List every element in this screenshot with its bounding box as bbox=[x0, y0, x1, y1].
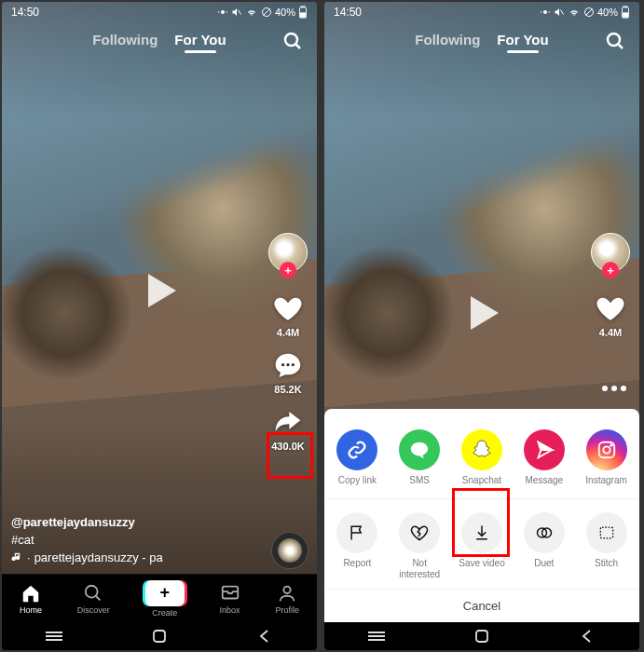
no-data-icon bbox=[261, 7, 272, 18]
android-recents[interactable] bbox=[358, 629, 395, 644]
play-button[interactable] bbox=[459, 287, 504, 343]
share-copylink[interactable]: Copy link bbox=[328, 429, 386, 486]
discover-icon bbox=[83, 583, 103, 604]
link-icon bbox=[336, 429, 377, 470]
svg-point-27 bbox=[608, 34, 620, 46]
status-time: 14:50 bbox=[334, 6, 362, 19]
svg-point-10 bbox=[286, 363, 289, 366]
play-icon bbox=[459, 287, 504, 339]
bottom-nav: Home Discover + Create Inbox Profile bbox=[2, 574, 317, 622]
status-bar: 14:50 40% bbox=[2, 2, 317, 22]
tab-following[interactable]: Following bbox=[92, 32, 158, 48]
stitch-icon bbox=[586, 512, 627, 553]
like-count: 4.4M bbox=[277, 327, 299, 338]
nav-inbox[interactable]: Inbox bbox=[220, 583, 240, 615]
heart-icon bbox=[272, 292, 304, 324]
more-button[interactable] bbox=[598, 373, 630, 404]
svg-point-12 bbox=[86, 585, 98, 597]
author-avatar[interactable]: + bbox=[268, 233, 308, 272]
android-home[interactable] bbox=[141, 629, 178, 644]
share-snapchat[interactable]: Snapchat bbox=[453, 429, 511, 486]
flag-icon bbox=[336, 512, 377, 553]
battery-percentage: 40% bbox=[275, 7, 295, 18]
share-duet[interactable]: Duet bbox=[515, 512, 573, 579]
search-button[interactable] bbox=[281, 30, 304, 56]
nav-create[interactable]: + Create bbox=[145, 580, 185, 618]
mute-icon bbox=[231, 7, 242, 18]
svg-point-0 bbox=[221, 10, 225, 14]
share-instagram[interactable]: Instagram bbox=[578, 429, 636, 486]
share-stitch[interactable]: Stitch bbox=[578, 512, 636, 579]
svg-rect-25 bbox=[623, 6, 627, 7]
phone-right: 14:50 40% Following For You + 4.4M bbox=[324, 2, 639, 650]
android-back[interactable] bbox=[569, 629, 606, 644]
sms-icon bbox=[399, 429, 440, 470]
vpn-icon bbox=[217, 7, 228, 18]
search-icon bbox=[281, 30, 304, 52]
follow-button[interactable]: + bbox=[602, 262, 619, 278]
svg-point-20 bbox=[543, 10, 547, 14]
search-button[interactable] bbox=[604, 30, 626, 56]
svg-line-1 bbox=[238, 10, 240, 15]
like-count: 4.4M bbox=[599, 327, 622, 338]
heart-icon bbox=[595, 292, 626, 324]
video-caption: @parettejaydansuzzy #cat · parettejaydan… bbox=[11, 515, 163, 568]
svg-point-34 bbox=[610, 444, 612, 446]
sound-disc[interactable] bbox=[272, 533, 308, 568]
android-nav-bar bbox=[324, 622, 639, 650]
create-icon: + bbox=[145, 580, 185, 606]
follow-button[interactable]: + bbox=[280, 262, 296, 278]
tab-following[interactable]: Following bbox=[415, 32, 480, 48]
nav-discover[interactable]: Discover bbox=[77, 583, 110, 615]
status-indicators: 40% bbox=[217, 6, 308, 19]
play-icon bbox=[137, 265, 182, 317]
nav-home[interactable]: Home bbox=[20, 583, 42, 615]
author-avatar[interactable]: + bbox=[591, 233, 630, 272]
side-action-bar: + 4.4M 85.2K 430.0K bbox=[268, 233, 308, 465]
android-home[interactable] bbox=[463, 629, 500, 644]
android-recents[interactable] bbox=[35, 629, 73, 644]
svg-line-23 bbox=[585, 9, 592, 16]
comment-icon bbox=[273, 351, 303, 381]
like-button[interactable]: 4.4M bbox=[595, 292, 626, 338]
play-button[interactable] bbox=[137, 265, 182, 320]
share-cancel[interactable]: Cancel bbox=[326, 589, 637, 615]
share-sms[interactable]: SMS bbox=[391, 429, 448, 486]
svg-point-29 bbox=[602, 386, 608, 391]
share-message[interactable]: Message bbox=[515, 429, 573, 486]
android-back[interactable] bbox=[246, 629, 283, 644]
svg-point-31 bbox=[621, 386, 626, 391]
battery-icon bbox=[621, 6, 630, 19]
caption-music[interactable]: · parettejaydansuzzy - pa bbox=[11, 550, 163, 564]
vpn-icon bbox=[540, 7, 551, 18]
dots-icon bbox=[600, 384, 628, 393]
profile-icon bbox=[277, 583, 297, 604]
comment-count: 85.2K bbox=[274, 384, 301, 395]
tab-foryou[interactable]: For You bbox=[497, 32, 548, 48]
like-button[interactable]: 4.4M bbox=[272, 292, 304, 338]
svg-point-7 bbox=[285, 34, 297, 46]
svg-point-9 bbox=[281, 363, 284, 366]
nav-profile[interactable]: Profile bbox=[276, 583, 300, 615]
caption-hashtag[interactable]: #cat bbox=[11, 533, 163, 547]
annotation-share-highlight bbox=[267, 432, 313, 479]
battery-percentage: 40% bbox=[597, 7, 618, 18]
wifi-icon bbox=[568, 7, 581, 18]
svg-point-11 bbox=[292, 363, 295, 366]
svg-line-21 bbox=[560, 10, 563, 15]
comment-button[interactable]: 85.2K bbox=[273, 351, 303, 395]
duet-icon bbox=[524, 512, 565, 553]
tab-foryou[interactable]: For You bbox=[174, 32, 226, 48]
caption-username[interactable]: @parettejaydansuzzy bbox=[11, 515, 163, 529]
svg-rect-41 bbox=[476, 631, 487, 642]
broken-heart-icon bbox=[399, 512, 440, 553]
share-not-interested[interactable]: Not interested bbox=[391, 512, 448, 579]
status-bar: 14:50 40% bbox=[324, 2, 639, 22]
svg-rect-6 bbox=[300, 13, 305, 17]
share-report[interactable]: Report bbox=[328, 512, 386, 579]
side-action-bar: + 4.4M bbox=[591, 233, 630, 351]
battery-icon bbox=[298, 6, 308, 19]
feed-tabs: Following For You bbox=[2, 22, 317, 53]
svg-rect-37 bbox=[600, 527, 612, 538]
svg-rect-26 bbox=[623, 13, 627, 17]
